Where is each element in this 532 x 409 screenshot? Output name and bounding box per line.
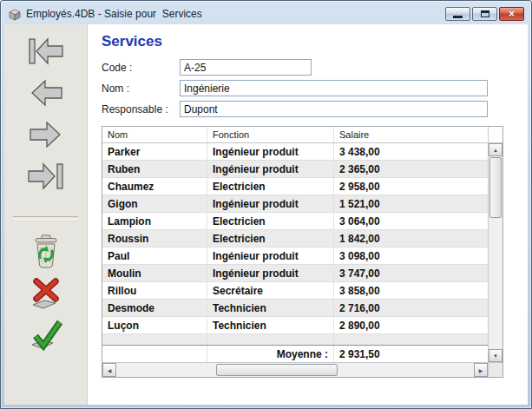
table-cell: Desmode <box>102 300 207 316</box>
field-row-code: Code : <box>102 59 528 76</box>
table-cell: 1 842,00 <box>334 230 488 247</box>
employees-table: Nom Fonction Salaire ParkerIngénieur pro… <box>102 126 503 378</box>
column-header-salaire[interactable]: Salaire <box>334 127 488 142</box>
responsable-input[interactable] <box>180 101 488 117</box>
table-cell: Gigon <box>102 195 207 212</box>
table-row[interactable]: MoulinIngénieur produit3 747,00 <box>102 265 488 282</box>
table-empty-row <box>102 334 488 345</box>
table-cell: 1 521,00 <box>334 195 488 212</box>
cancel-button[interactable] <box>12 274 80 313</box>
table-row[interactable]: RubenIngénieur produit2 365,00 <box>102 161 488 178</box>
vertical-scrollbar[interactable]: ▲ ▼ <box>489 143 502 362</box>
table-cell: Ingénieur produit <box>207 161 334 177</box>
table-cell: Electricien <box>207 178 334 195</box>
horizontal-scroll-track[interactable] <box>116 363 474 377</box>
table-cell: Ruben <box>102 161 207 177</box>
table-cell: Chaumez <box>102 178 207 195</box>
maximize-icon <box>481 10 489 17</box>
close-icon: × <box>509 9 515 19</box>
horizontal-scroll-thumb[interactable] <box>216 364 338 376</box>
table-cell: 2 716,00 <box>334 300 488 316</box>
column-header-fonction[interactable]: Fonction <box>207 127 334 142</box>
record-toolbar <box>4 24 88 405</box>
responsable-label: Responsable : <box>102 103 180 115</box>
close-button[interactable]: × <box>499 7 524 21</box>
first-record-button[interactable] <box>12 31 80 70</box>
window-body: Services Code : Nom : Responsable : Nom … <box>4 24 528 405</box>
minimize-icon <box>453 16 463 18</box>
window-controls: × <box>445 7 524 21</box>
table-row[interactable]: RillouSecrétaire3 858,00 <box>102 282 488 300</box>
previous-record-button[interactable] <box>12 73 80 112</box>
vertical-scroll-thumb[interactable] <box>489 157 502 218</box>
previous-record-icon <box>27 78 65 108</box>
table-cell: 3 064,00 <box>334 213 488 229</box>
first-record-icon <box>27 36 65 66</box>
table-row[interactable]: LampionElectricien3 064,00 <box>102 213 488 230</box>
average-value: 2 931,50 <box>334 346 488 362</box>
field-row-responsable: Responsable : <box>102 101 528 117</box>
green-check-icon <box>29 319 63 352</box>
table-cell: Ingénieur produit <box>207 247 334 264</box>
horizontal-scrollbar[interactable]: ◀ ▶ <box>102 362 488 377</box>
vertical-scroll-track[interactable] <box>489 219 502 349</box>
accept-button[interactable] <box>12 315 80 354</box>
table-row[interactable]: ChaumezElectricien2 958,00 <box>102 178 488 195</box>
nom-input[interactable] <box>180 80 488 96</box>
last-record-button[interactable] <box>12 156 80 195</box>
table-footer-row: Moyenne : 2 931,50 <box>102 345 488 362</box>
table-cell: Technicien <box>207 317 334 333</box>
table-cell: Parker <box>102 143 207 160</box>
average-label: Moyenne : <box>207 346 334 362</box>
next-record-button[interactable] <box>12 115 80 154</box>
toolbar-separator <box>13 216 78 220</box>
table-cell: Electricien <box>207 213 334 229</box>
scroll-right-button[interactable]: ▶ <box>474 363 488 377</box>
code-label: Code : <box>102 62 180 74</box>
app-window: Employés.4DB - Saisie pour Services × <box>0 0 532 409</box>
code-input[interactable] <box>180 59 312 76</box>
scroll-down-button[interactable]: ▼ <box>489 349 502 362</box>
maximize-button[interactable] <box>472 7 497 21</box>
table-cell: Technicien <box>207 300 334 316</box>
last-record-icon <box>27 162 65 191</box>
table-cell: 3 098,00 <box>334 247 488 264</box>
scroll-right-icon: ▶ <box>479 367 483 373</box>
table-cell: Ingénieur produit <box>207 143 334 160</box>
trash-recycle-icon <box>29 234 63 270</box>
nom-label: Nom : <box>102 82 180 95</box>
table-cell: 2 365,00 <box>334 161 488 177</box>
table-cell: Ingénieur produit <box>207 265 334 281</box>
window-title: Employés.4DB - Saisie pour Services <box>26 8 445 20</box>
app-icon <box>8 7 22 21</box>
form-area: Services Code : Nom : Responsable : Nom … <box>88 24 528 405</box>
table-row[interactable]: RoussinElectricien1 842,00 <box>102 230 488 247</box>
scrollbar-header-spacer <box>489 127 502 143</box>
vertical-scrollbar-column: ▲ ▼ <box>488 127 502 362</box>
scroll-left-icon: ◀ <box>108 367 112 373</box>
scroll-left-button[interactable]: ◀ <box>102 363 116 377</box>
table-row[interactable]: GigonIngénieur produit1 521,00 <box>102 195 488 213</box>
minimize-button[interactable] <box>445 7 470 21</box>
page-title: Services <box>102 33 528 50</box>
table-cell: 2 958,00 <box>334 178 488 195</box>
table-cell: Moulin <box>102 265 207 281</box>
titlebar[interactable]: Employés.4DB - Saisie pour Services × <box>4 1 528 24</box>
table-cell: 3 747,00 <box>334 265 488 281</box>
table-cell: Roussin <box>102 230 207 247</box>
table-cell: 3 858,00 <box>334 282 488 299</box>
table-row[interactable]: LuçonTechnicien2 890,00 <box>102 317 488 334</box>
table-cell: Luçon <box>102 317 207 333</box>
column-header-nom[interactable]: Nom <box>102 127 207 142</box>
table-row[interactable]: PaulIngénieur produit3 098,00 <box>102 247 488 265</box>
table-row[interactable]: DesmodeTechnicien2 716,00 <box>102 300 488 317</box>
table-header: Nom Fonction Salaire <box>102 127 488 143</box>
delete-record-button[interactable] <box>12 232 80 271</box>
table-cell: 3 438,00 <box>334 143 488 160</box>
scrollbar-corner <box>488 362 502 377</box>
table-row[interactable]: ParkerIngénieur produit3 438,00 <box>102 143 488 161</box>
table-cell: Paul <box>102 247 207 264</box>
table-cell: Electricien <box>207 230 334 247</box>
scroll-up-button[interactable]: ▲ <box>489 143 502 156</box>
table-cell: Rillou <box>102 282 207 299</box>
